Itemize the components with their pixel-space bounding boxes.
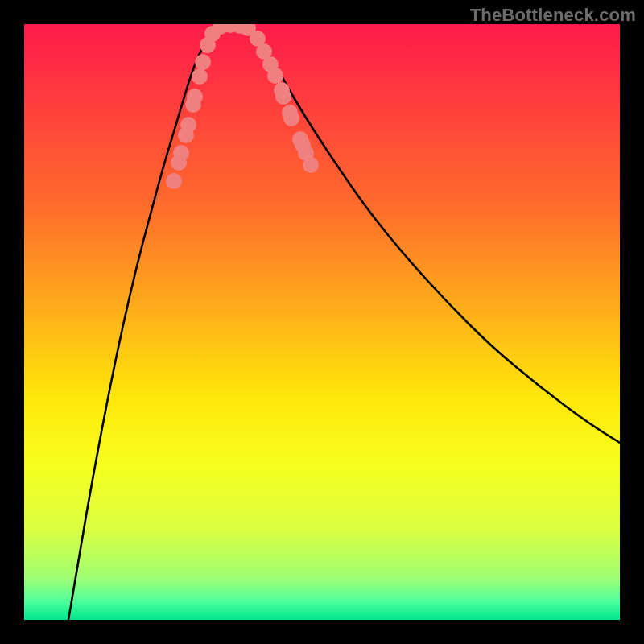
highlight-dot: [180, 117, 196, 133]
plot-area: [24, 24, 620, 620]
highlight-dot: [195, 54, 211, 70]
bottleneck-curve: [68, 25, 620, 620]
highlight-dots-group: [166, 24, 319, 189]
watermark-text: TheBottleneck.com: [470, 5, 636, 26]
curve-svg: [24, 24, 620, 620]
highlight-dot: [283, 110, 299, 126]
highlight-dot: [192, 68, 208, 85]
highlight-dot: [187, 89, 203, 105]
highlight-dot: [267, 68, 283, 84]
chart-frame: TheBottleneck.com: [0, 0, 644, 644]
highlight-dot: [303, 157, 319, 173]
highlight-dot: [166, 173, 182, 189]
highlight-dot: [275, 89, 291, 105]
highlight-dot: [173, 145, 189, 161]
